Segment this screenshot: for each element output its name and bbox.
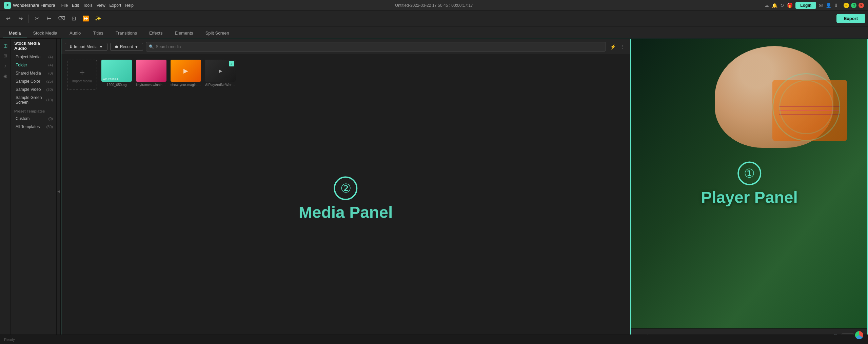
maximize-button[interactable]: □	[851, 3, 856, 8]
media-panel-text: Media Panel	[299, 203, 393, 221]
nav-tabs: Media Stock Media Audio Titles Transitio…	[0, 26, 868, 39]
media-label-2: show-your-magic-vid...	[171, 83, 201, 87]
effects-panel-icon[interactable]: ⊞	[1, 52, 9, 60]
play-indicator-icon: ▶	[219, 68, 222, 74]
stock-media-header: Stock Media Audio	[11, 39, 56, 53]
sidebar-item-folder[interactable]: Folder (4)	[11, 61, 56, 69]
crop-button[interactable]: ⊡	[68, 13, 79, 24]
video-icon: ▶	[183, 67, 188, 75]
selected-checkmark: ✓	[229, 61, 234, 66]
main-area: ◫ ⊞ ♪ ◉ Stock Media Audio Project Media …	[0, 39, 868, 344]
sidebar-item-sample-video[interactable]: Sample Video (20)	[11, 85, 56, 94]
sidebar-item-all-templates[interactable]: All Templates (50)	[11, 123, 56, 131]
media-label-3: AIPlayAndNoWork_1...	[205, 83, 236, 87]
media-thumb-2: ▶	[171, 60, 201, 82]
media-panel-icon[interactable]: ◫	[1, 41, 9, 49]
speed-button[interactable]: ⏩	[80, 13, 91, 24]
cloud-icon[interactable]: ☁	[764, 3, 769, 8]
tab-split-screen[interactable]: Split Screen	[199, 28, 235, 38]
sidebar-item-custom[interactable]: Custom (0)	[11, 115, 56, 123]
app-logo: F	[4, 2, 11, 9]
media-toolbar-icons: ⚡ ⋮	[609, 43, 627, 50]
record-chevron-icon: ▼	[135, 44, 139, 49]
tab-effects[interactable]: Effects	[143, 28, 169, 38]
tab-transitions[interactable]: Transitions	[110, 28, 143, 38]
stock-media-audio-label: Stock Media Audio	[14, 41, 53, 51]
plus-icon: +	[79, 67, 85, 78]
sidebar-item-sample-color[interactable]: Sample Color (25)	[11, 77, 56, 85]
menu-export[interactable]: Export	[110, 3, 121, 8]
menu-file[interactable]: File	[61, 3, 68, 8]
message-icon[interactable]: ✉	[819, 3, 823, 8]
media-item-3[interactable]: ▶ ✓ AIPlayAndNoWork_1...	[205, 60, 236, 90]
status-text: Ready	[4, 338, 15, 342]
player-video-background: ① Player Panel	[631, 39, 867, 328]
undo-button[interactable]: ↩	[3, 13, 14, 24]
player-video: ① Player Panel	[631, 39, 867, 328]
search-bar: 🔍	[146, 42, 606, 52]
sidebar-collapse-button[interactable]: ◀	[57, 39, 61, 344]
refresh-icon[interactable]: ↻	[780, 3, 784, 8]
audio-panel-icon[interactable]: ♪	[1, 62, 9, 70]
tab-elements[interactable]: Elements	[169, 28, 199, 38]
titlebar: F Wondershare Filmora File Edit Tools Vi…	[0, 0, 868, 11]
media-item-0[interactable]: Win Phone 1 1200_650-og	[101, 60, 132, 90]
tab-audio[interactable]: Audio	[63, 28, 87, 38]
import-button[interactable]: ⬇ Import Media ▼	[65, 43, 107, 51]
window-title: Untitled-2022-03-22 17 50 45 : 00:00:17:…	[395, 3, 473, 8]
tab-media[interactable]: Media	[3, 28, 27, 38]
media-panel-number: ②	[334, 176, 358, 200]
app-name: Wondershare Filmora	[13, 3, 55, 8]
redo-button[interactable]: ↪	[15, 13, 26, 24]
color-panel-icon[interactable]: ◉	[1, 72, 9, 80]
gift-icon[interactable]: 🎁	[787, 3, 793, 8]
media-item-2[interactable]: ▶ show-your-magic-vid...	[171, 60, 201, 90]
tab-stock-media[interactable]: Stock Media	[27, 28, 63, 38]
toolbar: ↩ ↪ ✂ ⊢ ⌫ ⊡ ⏩ ✨ Export	[0, 11, 868, 26]
filmora-logo	[855, 331, 863, 339]
record-icon: ⏺	[115, 44, 119, 49]
media-panel: ⬇ Import Media ▼ ⏺ Record ▼ 🔍 ⚡ ⋮ +	[61, 39, 631, 344]
bell-icon[interactable]: 🔔	[772, 3, 777, 8]
sidebar-item-project-media[interactable]: Project Media (4)	[11, 53, 56, 61]
import-icon: ⬇	[69, 44, 73, 49]
sidebar-item-green-screen[interactable]: Sample Green Screen (10)	[11, 94, 56, 106]
cut-button[interactable]: ✂	[32, 13, 42, 24]
media-thumb-3: ▶ ✓	[205, 60, 236, 82]
menu-tools[interactable]: Tools	[83, 3, 93, 8]
media-panel-label: ② Media Panel	[299, 176, 393, 221]
player-panel: ① Player Panel ⏮ ▶ ⏭ ⏹ 00:00:00:00 🔊 Ful…	[631, 39, 868, 344]
menu-help[interactable]: Help	[125, 3, 134, 8]
record-button[interactable]: ⏺ Record ▼	[110, 43, 143, 51]
bottom-status-bar: Ready	[0, 335, 868, 344]
person-icon[interactable]: 👤	[826, 3, 831, 8]
search-input[interactable]	[156, 44, 603, 49]
sidebar-item-shared-media[interactable]: Shared Media (0)	[11, 69, 56, 77]
preset-templates-header: Preset Templates	[11, 106, 56, 115]
minimize-button[interactable]: −	[844, 3, 849, 8]
download-icon[interactable]: ⬇	[834, 3, 838, 8]
menu-bar: File Edit Tools View Export Help	[61, 3, 134, 8]
sidebar: Stock Media Audio Project Media (4) Fold…	[11, 39, 57, 344]
import-chevron-icon: ▼	[99, 44, 103, 49]
media-item-1[interactable]: keyframes-winning-p...	[136, 60, 166, 90]
split-button[interactable]: ⊢	[44, 13, 55, 24]
filter-button[interactable]: ⚡	[609, 43, 617, 50]
delete-button[interactable]: ⌫	[56, 13, 67, 24]
tab-titles[interactable]: Titles	[87, 28, 110, 38]
media-thumb-1	[136, 60, 166, 82]
login-button[interactable]: Login	[795, 2, 816, 9]
export-button[interactable]: Export	[836, 14, 865, 23]
media-label-1: keyframes-winning-p...	[136, 83, 166, 87]
media-content: + Import Media Win Phone 1 1200_650-og k…	[61, 54, 630, 343]
left-panel-icons: ◫ ⊞ ♪ ◉	[0, 39, 11, 344]
ai-button[interactable]: ✨	[93, 13, 103, 24]
import-media-placeholder[interactable]: + Import Media	[67, 60, 97, 90]
media-toolbar: ⬇ Import Media ▼ ⏺ Record ▼ 🔍 ⚡ ⋮	[61, 39, 630, 54]
menu-view[interactable]: View	[97, 3, 105, 8]
search-icon: 🔍	[149, 44, 154, 49]
close-button[interactable]: ×	[859, 3, 864, 8]
view-options-button[interactable]: ⋮	[619, 43, 627, 50]
menu-edit[interactable]: Edit	[72, 3, 79, 8]
media-thumb-0: Win Phone 1	[101, 60, 132, 82]
